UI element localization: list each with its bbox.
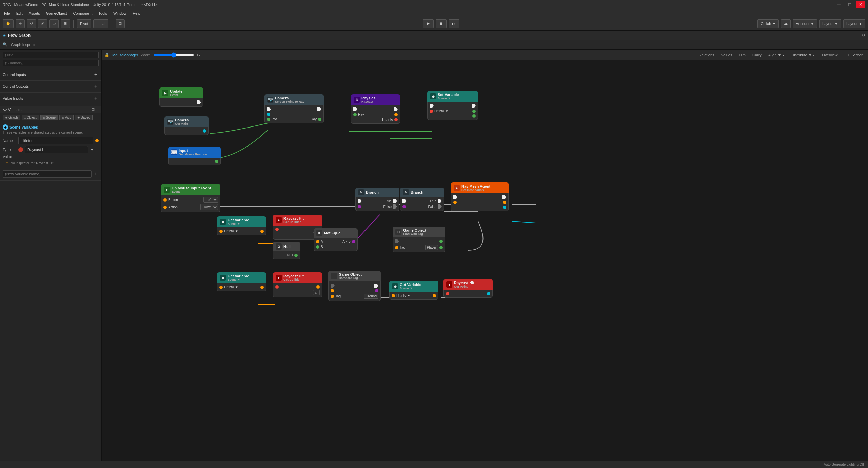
graph-summary-input[interactable] [3,60,99,66]
variables-collapse[interactable]: ─ [96,108,99,112]
distribute-btn[interactable]: Distribute ▼ [789,52,817,58]
menu-gameobject[interactable]: GameObject [43,11,70,16]
control-outputs-header[interactable]: Control Outputs + [0,82,101,91]
go-compare-body: Tag Ground [328,281,381,301]
values-btn[interactable]: Values [719,52,734,58]
layers-button[interactable]: Layers ▼ [819,19,841,28]
relations-btn[interactable]: Relations [697,52,716,58]
status-bar: Auto Generate Lighting Off [0,461,868,468]
control-inputs-section: Control Inputs + [0,69,101,81]
node-camera-screen-point-to-ray[interactable]: 📷 Camera Screen Point To Ray [264,94,324,123]
node-branch-left[interactable]: ⑂ Branch True False [355,188,399,211]
action-value[interactable]: Down [200,204,218,210]
node-not-equal[interactable]: ≠ Not Equal A A ≠ B B [314,228,358,251]
flow-graph-titlebar: ◈ Flow Graph ⚙ [0,31,868,40]
control-inputs-add[interactable]: + [93,72,99,78]
pivot-button[interactable]: Pivot [77,19,91,28]
node-raycast-hit-get-point[interactable]: ● Raycast Hit Get Point [443,279,493,298]
type-color-btn[interactable] [18,147,23,152]
play-button[interactable]: ▶ [423,19,434,28]
close-button[interactable]: ✕ [856,1,865,8]
node-get-variable-scene-tl[interactable]: ◆ Get Variable Scene ▼ HitInfo ▼ [217,216,266,235]
scale-tool[interactable]: ⤢ [38,19,47,28]
branch-r-false-label: False [428,205,436,209]
var-tab-graph[interactable]: ◈ Graph [3,115,20,120]
maximize-button[interactable]: □ [845,1,854,8]
zoom-slider[interactable] [153,52,194,58]
type-field[interactable] [25,146,88,153]
not-eq-result-out [352,240,355,243]
cam-main-title: Camera [175,118,189,122]
var-tab-saved[interactable]: ◈ Saved [75,115,93,120]
node-navmesh-set-destination[interactable]: ● Nav Mesh Agent Set Destination [451,182,509,211]
hand-tool[interactable]: ✋ [3,19,14,28]
node-go-compare-tag[interactable]: □ Game Object Compare Tag [328,271,381,301]
value-inputs-header[interactable]: Value Inputs + [0,94,101,103]
menu-edit[interactable]: Edit [14,11,25,16]
var-tab-app[interactable]: ◈ App [59,115,74,120]
account-button[interactable]: Account ▼ [793,19,817,28]
node-raycast-hit-get-collider-b[interactable]: ● Raycast Hit Get Collider □ [273,272,322,297]
control-inputs-header[interactable]: Control Inputs + [0,70,101,79]
menu-component[interactable]: Component [70,11,95,16]
pause-button[interactable]: ⏸ [436,19,447,28]
value-inputs-add[interactable]: + [93,95,99,101]
transform-tool[interactable]: ⊞ [61,19,70,28]
node-camera-get-main[interactable]: 📷 Camera Get Main [164,116,209,135]
custom-tool[interactable]: ⊡ [116,19,125,28]
menu-help[interactable]: Help [130,11,143,16]
menu-tools[interactable]: Tools [96,11,110,16]
menu-window[interactable]: Window [111,11,129,16]
new-var-add[interactable]: + [93,171,99,177]
fullscreen-btn[interactable]: Full Screen [842,52,865,58]
node-on-mouse-input-event[interactable]: ● On Mouse Input Event Event Button Left [161,184,220,212]
manager-label[interactable]: MouseManager [112,53,138,57]
type-dropdown[interactable]: ▼ [90,148,94,152]
cloud-button[interactable]: ☁ [781,19,791,28]
branch-l-true-label: True [385,199,392,203]
layout-button[interactable]: Layout ▼ [843,19,865,28]
flow-graph-settings[interactable]: ⚙ [862,33,865,37]
node-physics-raycast[interactable]: ⊕ Physics Raycast Ray [351,94,400,124]
btn-value[interactable]: Left [203,197,218,203]
graph-inspector-bar: 🔍 Graph Inspector [0,40,868,50]
step-button[interactable]: ⏭ [449,19,459,28]
node-null[interactable]: ⊘ Null Null [273,242,300,259]
menu-assets[interactable]: Assets [26,11,43,16]
name-field[interactable] [18,137,93,144]
dim-btn[interactable]: Dim [737,52,748,58]
go-find-tag-label: Tag [400,246,405,249]
node-get-variable-scene-br[interactable]: ◆ Get Variable Scene ▼ HitInfo ▼ [389,281,438,300]
align-btn[interactable]: Align ▼ [766,52,787,58]
node-update-event[interactable]: ▶ Update Event [159,87,203,107]
overview-btn[interactable]: Overview [820,52,840,58]
var-tab-scene[interactable]: ◈ Scene [40,115,58,120]
collab-button[interactable]: Collab ▼ [757,19,779,28]
control-outputs-add[interactable]: + [93,83,99,90]
var-type-row: Type ▼ − [3,146,99,153]
node-branch-right[interactable]: ⑂ Branch True False [400,188,444,211]
cam-main-body [164,127,209,135]
node-set-variable-scene[interactable]: ◆ Set Variable Scene ▼ HitInfo ▼ [427,91,478,120]
type-minus[interactable]: − [97,148,99,152]
move-tool[interactable]: ✛ [16,19,25,28]
branch-r-cond-in [402,205,406,208]
node-get-variable-scene-bl[interactable]: ◆ Get Variable Scene ▼ HitInfo ▼ [217,272,266,291]
cam-main-icon: 📷 [167,119,173,125]
carry-btn[interactable]: Carry [750,52,764,58]
var-tab-object[interactable]: □ Object [22,115,39,120]
get-var-tl-body: HitInfo ▼ [217,227,266,235]
go-find-title: Game Object [403,228,426,232]
node-go-find-with-tag[interactable]: □ Game Object Find With Tag Tag [393,227,445,252]
new-var-field[interactable] [3,170,92,178]
graph-title-input[interactable] [3,52,99,58]
menu-file[interactable]: File [1,11,13,16]
main-layout: Control Inputs + Control Outputs + Value… [0,50,868,468]
minimize-button[interactable]: ─ [834,1,844,8]
variables-edit-icon[interactable]: ⊡ [92,107,95,112]
node-input-get-mouse-position[interactable]: ⌨ Input Get Mouse Position [168,147,221,165]
hitinfo-port-in [430,110,433,113]
rotate-tool[interactable]: ↺ [27,19,36,28]
local-button[interactable]: Local [93,19,108,28]
rect-tool[interactable]: ▭ [49,19,59,28]
